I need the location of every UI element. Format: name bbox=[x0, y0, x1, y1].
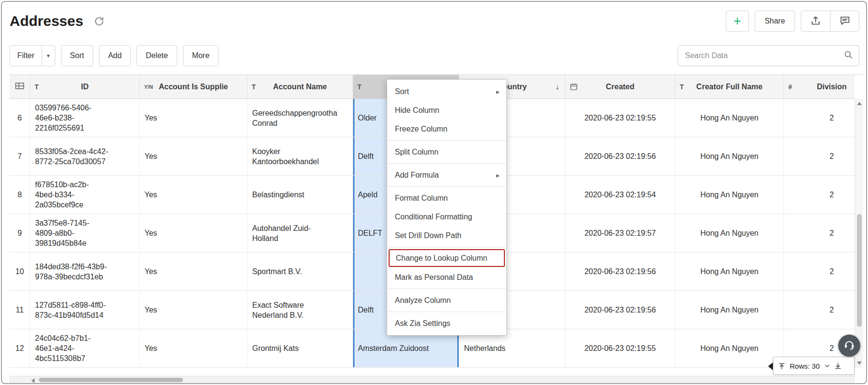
cell-id[interactable]: 184ded38-f2f6-43b9- 978a-39becdcf31eb bbox=[30, 253, 140, 291]
row-number[interactable]: 7 bbox=[10, 137, 30, 176]
cell-creator-full-name[interactable]: Hong An Nguyen bbox=[675, 291, 784, 329]
add-button[interactable]: Add bbox=[99, 45, 131, 66]
search-icon[interactable] bbox=[844, 50, 853, 61]
column-header-division[interactable]: # Division bbox=[784, 75, 855, 99]
cell-id[interactable]: 3a37f5e8-7145- 4809-a8b0- 39819d45b84e bbox=[30, 214, 140, 253]
menu-item-change-to-lookup-column[interactable]: Change to Lookup Column bbox=[389, 249, 505, 267]
cell-created[interactable]: 2020-06-23 02:19:55 bbox=[565, 99, 675, 137]
column-header-created[interactable]: Created bbox=[565, 75, 675, 99]
column-header-creator-full-name[interactable]: T Creator Full Name bbox=[675, 75, 784, 99]
column-header-rownum[interactable] bbox=[10, 75, 30, 99]
row-number[interactable]: 10 bbox=[10, 253, 30, 291]
menu-item-hide-column[interactable]: Hide Column bbox=[387, 101, 506, 120]
cell-id[interactable]: f678510b-ac2b- 4bed-b334- 2a035bcef9ce bbox=[30, 176, 140, 214]
menu-divider bbox=[387, 163, 506, 164]
cell-division[interactable]: 2 bbox=[784, 137, 855, 176]
cell-created[interactable]: 2020-06-23 02:19:56 bbox=[565, 253, 675, 291]
row-number[interactable]: 8 bbox=[10, 176, 30, 214]
cell-created[interactable]: 2020-06-23 02:19:55 bbox=[565, 329, 675, 368]
column-header-account-name[interactable]: T Account Name bbox=[247, 75, 353, 99]
menu-item-label: Analyze Column bbox=[395, 296, 451, 305]
menu-item-sort[interactable]: Sort ▸ bbox=[387, 82, 506, 101]
cell-division[interactable]: 2 bbox=[784, 253, 855, 291]
sort-button[interactable]: Sort bbox=[61, 45, 93, 66]
menu-item-analyze-column[interactable]: Analyze Column bbox=[387, 291, 506, 310]
scroll-to-top-icon[interactable] bbox=[778, 362, 785, 370]
menu-item-label: Set Drill Down Path bbox=[395, 231, 462, 240]
menu-item-ask-zia-settings[interactable]: Ask Zia Settings bbox=[387, 314, 506, 333]
column-header-label: Creator Full Name bbox=[697, 83, 763, 91]
horizontal-scrollbar[interactable] bbox=[10, 376, 855, 384]
cell-id[interactable]: 8533f05a-2cea-4c42- 8772-25ca70d30057 bbox=[30, 137, 140, 176]
row-number[interactable]: 12 bbox=[10, 329, 30, 368]
cell-account-is-supplier[interactable]: Yes bbox=[140, 253, 247, 291]
menu-item-split-column[interactable]: Split Column bbox=[387, 143, 506, 161]
cell-account-is-supplier[interactable]: Yes bbox=[140, 329, 247, 368]
cell-account-name[interactable]: Kooyker Kantoorboekhandel bbox=[247, 137, 353, 176]
cell-account-name[interactable]: Gereedschappengrootha Conrad bbox=[247, 99, 353, 137]
share-button[interactable]: Share bbox=[755, 11, 795, 32]
menu-item-conditional-formatting[interactable]: Conditional Formatting bbox=[387, 207, 506, 226]
cell-account-name[interactable]: Belastingdienst bbox=[247, 176, 353, 214]
export-button[interactable] bbox=[801, 11, 830, 31]
create-new-button[interactable]: + bbox=[726, 11, 749, 32]
cell-division[interactable]: 2 bbox=[784, 176, 855, 214]
rows-caret-icon[interactable] bbox=[824, 363, 830, 369]
scroll-to-bottom-icon[interactable] bbox=[834, 362, 842, 370]
cell-creator-full-name[interactable]: Hong An Nguyen bbox=[675, 253, 784, 291]
delete-button[interactable]: Delete bbox=[136, 45, 177, 66]
vertical-scrollbar[interactable] bbox=[855, 99, 863, 368]
cell-account-name[interactable]: Grontmij Kats bbox=[247, 329, 353, 368]
refresh-icon[interactable] bbox=[94, 16, 105, 27]
menu-item-add-formula[interactable]: Add Formula ▸ bbox=[387, 166, 506, 184]
cell-account-is-supplier[interactable]: Yes bbox=[140, 176, 247, 214]
column-header-account-is-supplier[interactable]: Y/N Account Is Supplie bbox=[140, 75, 247, 99]
cell-creator-full-name[interactable]: Hong An Nguyen bbox=[675, 99, 784, 137]
cell-created[interactable]: 2020-06-23 02:19:54 bbox=[565, 176, 675, 214]
cell-account-name[interactable]: Autohandel Zuid- Holland bbox=[247, 214, 353, 253]
vertical-scrollbar-thumb[interactable] bbox=[857, 214, 862, 327]
cell-creator-full-name[interactable]: Hong An Nguyen bbox=[675, 176, 784, 214]
row-number[interactable]: 6 bbox=[10, 99, 30, 137]
search-input[interactable] bbox=[678, 51, 844, 60]
scroll-up-icon[interactable] bbox=[857, 102, 862, 105]
cell-account-name[interactable]: Sportmart B.V. bbox=[247, 253, 353, 291]
cell-account-is-supplier[interactable]: Yes bbox=[140, 137, 247, 176]
column-header-id[interactable]: T ID bbox=[30, 75, 140, 99]
scroll-down-icon[interactable] bbox=[857, 361, 862, 365]
filter-caret-icon[interactable]: ▾ bbox=[42, 46, 55, 66]
column-header-label: ID bbox=[81, 83, 89, 91]
cell-creator-full-name[interactable]: Hong An Nguyen bbox=[675, 137, 784, 176]
cell-division[interactable]: 2 bbox=[784, 291, 855, 329]
column-header-label: Created bbox=[606, 83, 635, 91]
more-button[interactable]: More bbox=[183, 45, 219, 66]
cell-account-is-supplier[interactable]: Yes bbox=[140, 291, 247, 329]
menu-item-freeze-column[interactable]: Freeze Column bbox=[387, 120, 506, 138]
scroll-left-icon[interactable] bbox=[31, 378, 35, 383]
sort-descending-icon[interactable]: ↓ bbox=[555, 83, 559, 91]
cell-created[interactable]: 2020-06-23 02:19:56 bbox=[565, 291, 675, 329]
cell-creator-full-name[interactable]: Hong An Nguyen bbox=[675, 329, 784, 368]
zia-assistant-button[interactable] bbox=[838, 335, 860, 357]
collapse-panel-icon[interactable] bbox=[768, 362, 773, 370]
cell-division[interactable]: 2 bbox=[784, 214, 855, 253]
cell-account-name[interactable]: Exact Software Nederland B.V. bbox=[247, 291, 353, 329]
horizontal-scrollbar-thumb[interactable] bbox=[39, 378, 183, 382]
cell-id[interactable]: 03599766-5406- 46e6-b238- 2216f0255691 bbox=[30, 99, 140, 137]
rows-count-label[interactable]: Rows: 30 bbox=[790, 362, 820, 370]
row-number[interactable]: 9 bbox=[10, 214, 30, 253]
filter-button[interactable]: Filter ▾ bbox=[10, 45, 55, 66]
cell-id[interactable]: 24c04c62-b7b1- 46e1-a424- 4bc5115308b7 bbox=[30, 329, 140, 368]
cell-created[interactable]: 2020-06-23 02:19:57 bbox=[565, 214, 675, 253]
menu-item-set-drill-down-path[interactable]: Set Drill Down Path bbox=[387, 226, 506, 245]
cell-account-is-supplier[interactable]: Yes bbox=[140, 214, 247, 253]
cell-account-is-supplier[interactable]: Yes bbox=[140, 99, 247, 137]
cell-division[interactable]: 2 bbox=[784, 99, 855, 137]
cell-created[interactable]: 2020-06-23 02:19:56 bbox=[565, 137, 675, 176]
menu-item-format-column[interactable]: Format Column bbox=[387, 189, 506, 207]
cell-id[interactable]: 127d5811-c898-4ff0- 873c-41b940fd5d14 bbox=[30, 291, 140, 329]
row-number[interactable]: 11 bbox=[10, 291, 30, 329]
cell-creator-full-name[interactable]: Hong An Nguyen bbox=[675, 214, 784, 253]
comments-button[interactable] bbox=[830, 11, 859, 31]
menu-item-mark-as-personal-data[interactable]: Mark as Personal Data bbox=[387, 268, 506, 287]
